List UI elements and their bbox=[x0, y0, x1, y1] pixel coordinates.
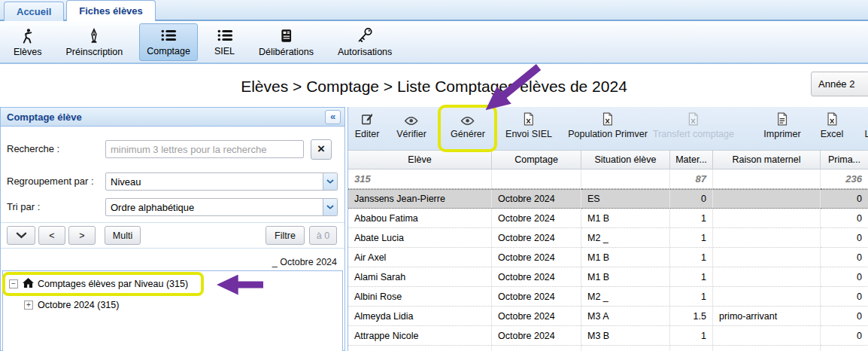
action-editer[interactable]: Editer bbox=[355, 111, 380, 139]
period-label: _ Octobre 2024 bbox=[272, 257, 337, 267]
action-population-primver[interactable]: Population Primver bbox=[568, 111, 648, 139]
action-excel[interactable]: Excel bbox=[821, 111, 844, 139]
column-header-comptage[interactable]: Comptage bbox=[492, 150, 581, 169]
summary-cell bbox=[581, 169, 670, 189]
clear-search-button[interactable]: × bbox=[311, 139, 332, 160]
action-verifier[interactable]: Vérifier bbox=[396, 111, 426, 139]
key-icon bbox=[356, 26, 374, 44]
cell-empty bbox=[713, 346, 821, 351]
chevron-down-icon[interactable] bbox=[323, 173, 337, 190]
tab-accueil[interactable]: Accueil bbox=[4, 2, 64, 21]
action-imprimer[interactable]: Imprimer bbox=[763, 111, 800, 139]
column-header-eleve[interactable]: Elève bbox=[348, 150, 492, 169]
year-selector-button[interactable]: Année 2 bbox=[811, 72, 868, 96]
cell-comptage: Octobre 2024 bbox=[492, 307, 581, 326]
expand-node-icon[interactable]: + bbox=[24, 301, 33, 310]
cell-situation-eleve: M1 B bbox=[581, 248, 670, 267]
chevron-down-icon[interactable] bbox=[323, 199, 337, 215]
sidebar-button-row: <>MultiFiltreà 0 bbox=[1, 222, 344, 249]
collapse-panel-button[interactable]: « bbox=[325, 110, 341, 124]
column-header-mater[interactable]: Mater... bbox=[670, 150, 713, 169]
sidebar-header: Comptage élève « bbox=[1, 108, 344, 127]
cell-mater: 1.5 bbox=[670, 307, 713, 326]
table-row[interactable]: Janssens Jean-PierreOctobre 2024ES00 bbox=[348, 189, 868, 209]
nav-chevron-down-button[interactable] bbox=[7, 226, 35, 245]
cell-comptage: Octobre 2024 bbox=[492, 326, 581, 346]
table-row[interactable]: Alami SarahOctobre 2024M1 B10 bbox=[348, 267, 868, 287]
cell-raison-maternel bbox=[713, 326, 821, 346]
cell-prima: 0 bbox=[821, 248, 868, 267]
cell-situation-eleve: M2 _ bbox=[581, 228, 670, 248]
nav-button-[interactable]: < bbox=[38, 226, 65, 245]
pen-nib-icon bbox=[86, 27, 102, 44]
summary-cell: 236 bbox=[821, 169, 868, 189]
column-header-situation-eleve[interactable]: Situation élève bbox=[581, 150, 670, 169]
cell-mater: 0 bbox=[670, 189, 713, 209]
cell-prima: 0 bbox=[821, 287, 868, 307]
action-toolbar: EditerVérifierGénérerEnvoi SIELPopulatio… bbox=[348, 107, 868, 150]
sort-by-select[interactable]: Ordre alphabétique bbox=[105, 198, 338, 216]
cell-eleve: Abate Lucia bbox=[348, 228, 492, 248]
cell-eleve: Attrappe Nicole bbox=[348, 326, 492, 346]
eye-icon bbox=[405, 111, 419, 126]
cell-raison-maternel: primo-arrivant bbox=[713, 307, 821, 326]
list-icon bbox=[216, 27, 234, 44]
excel-file-icon bbox=[602, 111, 613, 126]
cell-eleve: Almeyda Lidia bbox=[348, 307, 492, 326]
cell-situation-eleve: ES bbox=[581, 189, 670, 209]
cell-mater: 1 bbox=[670, 209, 713, 228]
cell-eleve: Air Axel bbox=[348, 248, 492, 267]
table-row[interactable]: Attrappe NicoleOctobre 2024M3 B10 bbox=[348, 326, 868, 346]
ribbon-item-label: Autorisations bbox=[338, 47, 392, 57]
cell-eleve: Alami Sarah bbox=[348, 267, 492, 287]
tab-fiches-eleves[interactable]: Fiches élèves bbox=[66, 0, 156, 21]
sort-by-label: Tri par : bbox=[7, 201, 40, 212]
cell-empty bbox=[492, 346, 581, 351]
header-row: ElèveComptageSituation élèveMater...Rais… bbox=[348, 150, 868, 169]
excel-file-icon bbox=[524, 111, 535, 126]
summary-cell: 315 bbox=[348, 169, 492, 189]
ribbon-item-preinscription[interactable]: Préinscription bbox=[59, 23, 131, 61]
page-title: Elèves > Comptage > Liste Comptages élèv… bbox=[0, 78, 868, 96]
group-by-select[interactable]: Niveau bbox=[105, 172, 338, 191]
cell-comptage: Octobre 2024 bbox=[492, 209, 581, 228]
tree-node-octobre-2024-315[interactable]: +Octobre 2024 (315) bbox=[3, 296, 342, 314]
table-row[interactable]: Ababou FatimaOctobre 2024M1 B10 bbox=[348, 209, 868, 228]
ribbon-toolbar: ElèvesPréinscriptionComptageSIELDélibéra… bbox=[0, 21, 868, 64]
button-filtre[interactable]: Filtre bbox=[266, 226, 305, 245]
ribbon-item-eleves[interactable]: Elèves bbox=[6, 23, 50, 61]
cell-comptage: Octobre 2024 bbox=[492, 287, 581, 307]
table-row[interactable]: Air AxelOctobre 2024M1 B10 bbox=[348, 248, 868, 267]
edit-icon bbox=[361, 111, 374, 126]
action-envoi-siel[interactable]: Envoi SIEL bbox=[505, 111, 552, 139]
table-row[interactable]: Albini RoseOctobre 2024M2 _10 bbox=[348, 287, 868, 307]
nav-button-[interactable]: > bbox=[68, 226, 96, 245]
ribbon-item-comptage[interactable]: Comptage bbox=[139, 23, 198, 61]
print-file-icon bbox=[777, 111, 788, 126]
action-l[interactable]: L bbox=[865, 111, 868, 139]
cell-raison-maternel bbox=[713, 209, 821, 228]
ribbon-item-deliberations[interactable]: Délibérations bbox=[251, 23, 321, 61]
ribbon-item-autorisations[interactable]: Autorisations bbox=[330, 23, 399, 61]
cell-comptage: Octobre 2024 bbox=[492, 267, 581, 287]
cell-raison-maternel bbox=[713, 248, 821, 267]
column-header-prima[interactable]: Prima... bbox=[821, 150, 868, 169]
sidebar-comptage-panel: Comptage élève « Recherche : × Regroupem… bbox=[0, 107, 345, 351]
ribbon-item-siel[interactable]: SIEL bbox=[207, 23, 242, 61]
ribbon-item-label: Comptage bbox=[147, 46, 190, 56]
cell-mater: 1 bbox=[670, 228, 713, 248]
cell-comptage: Octobre 2024 bbox=[492, 248, 581, 267]
nav-button-multi[interactable]: Multi bbox=[105, 226, 141, 245]
tree-node-label: Octobre 2024 (315) bbox=[38, 300, 119, 310]
table-row[interactable]: Almeyda LidiaOctobre 2024M3 A1.5primo-ar… bbox=[348, 307, 868, 326]
search-input[interactable] bbox=[105, 140, 304, 158]
cell-eleve: Janssens Jean-Pierre bbox=[348, 189, 492, 209]
card-icon bbox=[278, 27, 294, 44]
table-row[interactable]: Abate LuciaOctobre 2024M2 _10 bbox=[348, 228, 868, 248]
sidebar-title: Comptage élève bbox=[7, 111, 82, 123]
action-label: Excel bbox=[821, 129, 844, 139]
cell-empty bbox=[821, 346, 868, 351]
column-header-raison-maternel[interactable]: Raison maternel bbox=[713, 150, 821, 169]
cell-situation-eleve: M2 _ bbox=[581, 287, 670, 307]
title-bar: Elèves > Comptage > Liste Comptages élèv… bbox=[0, 66, 868, 107]
